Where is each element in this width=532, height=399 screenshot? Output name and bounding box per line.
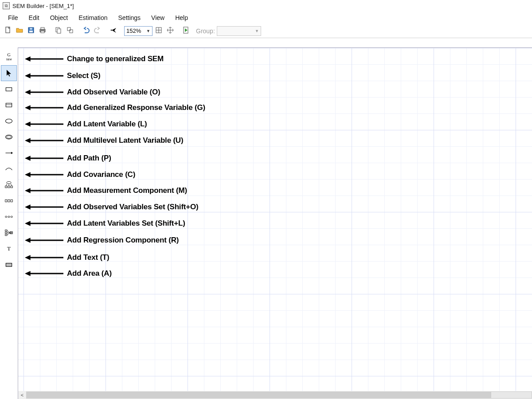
title-bar: ⧉ SEM Builder - [SEM_1*]: [0, 0, 532, 12]
pointer-button[interactable]: [108, 26, 119, 36]
arrow-icon: [24, 55, 63, 63]
undo-icon: [82, 26, 90, 35]
fit-width-button[interactable]: [153, 26, 164, 36]
copy-button[interactable]: [53, 26, 64, 36]
svg-point-24: [6, 119, 12, 123]
annotation-label: Add Regression Component (R): [67, 236, 179, 245]
menu-file[interactable]: File: [3, 12, 23, 23]
app-window: ⧉ SEM Builder - [SEM_1*] File Edit Objec…: [0, 0, 532, 399]
play-icon: [182, 26, 190, 35]
tool-palette: GSEM T: [0, 47, 18, 399]
arrow-icon: [24, 186, 63, 195]
svg-marker-71: [25, 204, 31, 210]
svg-rect-2: [29, 31, 33, 32]
generalized-response-tool[interactable]: [1, 97, 17, 113]
svg-marker-73: [25, 221, 31, 226]
svg-rect-37: [8, 200, 10, 202]
diagram-canvas[interactable]: Change to generalized SEM Select (S) Add…: [18, 48, 532, 391]
zoom-combo[interactable]: 152% ▼: [124, 26, 153, 36]
annotation-label: Add Area (A): [67, 269, 112, 278]
print-button[interactable]: [37, 26, 48, 36]
covariance-tool[interactable]: [1, 161, 17, 177]
horizontal-scrollbar[interactable]: <: [18, 391, 532, 399]
menu-edit[interactable]: Edit: [23, 12, 45, 23]
measurement-component-tool[interactable]: [1, 177, 17, 193]
arrow-icon: [24, 136, 63, 145]
observed-set-tool[interactable]: [1, 193, 17, 209]
tab-strip: [0, 38, 532, 47]
arrow-icon: [24, 71, 63, 80]
chevron-down-icon: ▼: [255, 29, 259, 33]
annotation-label: Add Text (T): [67, 253, 110, 262]
undo-button[interactable]: [81, 26, 91, 36]
area-tool[interactable]: [1, 257, 17, 273]
group-combo[interactable]: ▼: [217, 26, 261, 36]
svg-text:SEM: SEM: [6, 58, 12, 61]
fit-page-icon: [166, 26, 174, 35]
svg-text:T: T: [7, 245, 11, 252]
text-tool[interactable]: T: [1, 241, 17, 257]
canvas-container: Change to generalized SEM Select (S) Add…: [18, 47, 532, 399]
menu-bar: File Edit Object Estimation Settings Vie…: [0, 12, 532, 24]
annotation-label: Select (S): [67, 71, 100, 80]
svg-marker-28: [11, 152, 13, 154]
regression-component-tool[interactable]: [1, 225, 17, 241]
svg-line-30: [6, 184, 7, 186]
svg-point-26: [7, 136, 11, 138]
menu-estimation[interactable]: Estimation: [73, 12, 113, 23]
menu-object[interactable]: Object: [45, 12, 73, 23]
svg-marker-61: [25, 121, 31, 127]
menu-settings[interactable]: Settings: [113, 12, 146, 23]
duplicate-icon: [66, 26, 74, 35]
save-button[interactable]: [26, 26, 36, 36]
select-tool[interactable]: [1, 65, 17, 81]
svg-point-29: [7, 182, 11, 184]
menu-help[interactable]: Help: [170, 12, 193, 23]
scrollbar-track: [26, 391, 532, 399]
annotation-label: Add Latent Variable (L): [67, 120, 147, 129]
svg-point-41: [11, 216, 12, 217]
svg-marker-77: [25, 255, 31, 260]
svg-marker-59: [25, 105, 31, 110]
scrollbar-thumb[interactable]: [27, 392, 491, 398]
save-icon: [27, 26, 35, 35]
new-file-button[interactable]: [3, 26, 13, 36]
fit-page-button[interactable]: [165, 26, 176, 36]
svg-point-40: [8, 216, 10, 217]
arrow-icon: [24, 88, 63, 97]
print-icon: [39, 26, 47, 35]
annotation-label: Add Observed Variable (O): [67, 88, 160, 97]
latent-set-tool[interactable]: [1, 209, 17, 225]
svg-marker-75: [25, 238, 31, 243]
svg-rect-38: [11, 200, 12, 202]
scroll-left-icon: <: [18, 392, 26, 398]
observed-variable-tool[interactable]: [1, 81, 17, 97]
annotation-label: Add Observed Variables Set (Shift+O): [67, 203, 199, 211]
run-button[interactable]: [181, 26, 192, 36]
annotation-label: Add Multilevel Latent Variable (U): [67, 136, 183, 145]
svg-line-45: [7, 231, 10, 233]
svg-rect-36: [5, 200, 7, 202]
pointer-dot-icon: [110, 26, 117, 35]
copy-icon: [55, 26, 63, 35]
svg-marker-55: [25, 73, 31, 78]
path-tool[interactable]: [1, 145, 17, 161]
svg-line-47: [7, 233, 10, 235]
multilevel-latent-tool[interactable]: [1, 129, 17, 145]
redo-icon: [94, 26, 102, 35]
gsem-mode-tool[interactable]: GSEM: [1, 49, 17, 65]
menu-view[interactable]: View: [146, 12, 170, 23]
open-file-button[interactable]: [14, 26, 25, 36]
arrow-icon: [24, 253, 63, 262]
fit-width-icon: [155, 26, 163, 35]
annotation-label: Add Measurement Component (M): [67, 186, 187, 195]
latent-variable-tool[interactable]: [1, 113, 17, 129]
chevron-down-icon: ▼: [146, 29, 150, 33]
svg-line-32: [11, 184, 12, 186]
svg-marker-79: [25, 271, 31, 276]
annotation-label: Add Generalized Response Variable (G): [67, 103, 205, 112]
duplicate-button[interactable]: [65, 26, 75, 36]
redo-button[interactable]: [92, 26, 103, 36]
app-icon: ⧉: [3, 2, 10, 9]
svg-rect-8: [57, 29, 61, 33]
